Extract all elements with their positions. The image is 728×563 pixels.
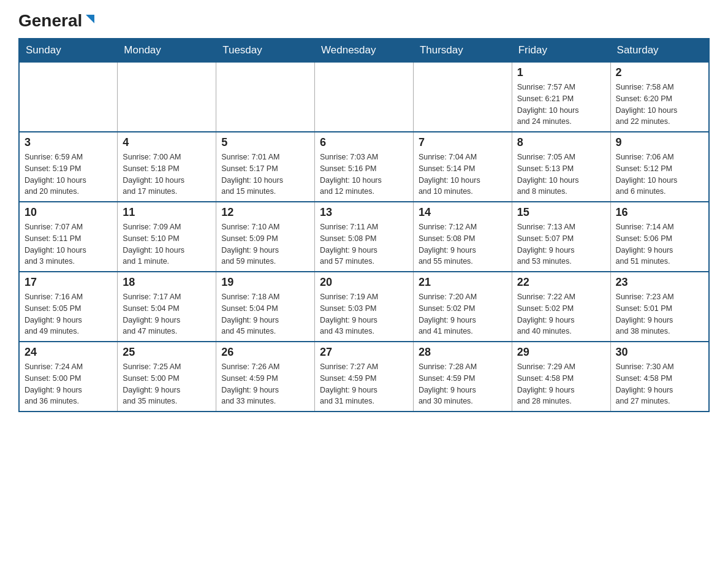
day-info: Sunrise: 7:23 AMSunset: 5:01 PMDaylight:…: [616, 291, 703, 337]
calendar-cell-w4-d7: 23Sunrise: 7:23 AMSunset: 5:01 PMDayligh…: [610, 272, 709, 342]
calendar-cell-w3-d4: 13Sunrise: 7:11 AMSunset: 5:08 PMDayligh…: [315, 202, 414, 272]
weekday-monday: Monday: [118, 39, 216, 62]
logo-triangle-icon: [83, 12, 97, 26]
calendar-cell-w4-d5: 21Sunrise: 7:20 AMSunset: 5:02 PMDayligh…: [413, 272, 512, 342]
svg-marker-0: [86, 15, 94, 23]
day-number: 28: [419, 346, 507, 359]
calendar-cell-w1-d7: 2Sunrise: 7:58 AMSunset: 6:20 PMDaylight…: [610, 62, 709, 132]
calendar-cell-w4-d2: 18Sunrise: 7:17 AMSunset: 5:04 PMDayligh…: [118, 272, 216, 342]
logo-general: General: [18, 12, 82, 29]
week-row-3: 10Sunrise: 7:07 AMSunset: 5:11 PMDayligh…: [19, 202, 709, 272]
weekday-header-row: SundayMondayTuesdayWednesdayThursdayFrid…: [19, 39, 709, 62]
calendar-cell-w5-d5: 28Sunrise: 7:28 AMSunset: 4:59 PMDayligh…: [413, 342, 512, 412]
calendar-table: SundayMondayTuesdayWednesdayThursdayFrid…: [18, 38, 710, 412]
day-info: Sunrise: 7:19 AMSunset: 5:03 PMDaylight:…: [320, 291, 408, 337]
day-number: 9: [616, 136, 703, 149]
day-number: 13: [320, 206, 408, 219]
calendar-cell-w3-d2: 11Sunrise: 7:09 AMSunset: 5:10 PMDayligh…: [118, 202, 216, 272]
calendar-cell-w2-d1: 3Sunrise: 6:59 AMSunset: 5:19 PMDaylight…: [19, 132, 118, 202]
day-number: 30: [616, 346, 703, 359]
day-number: 2: [616, 66, 703, 79]
day-info: Sunrise: 7:05 AMSunset: 5:13 PMDaylight:…: [517, 151, 605, 197]
day-number: 29: [517, 346, 605, 359]
weekday-sunday: Sunday: [19, 39, 118, 62]
day-info: Sunrise: 7:13 AMSunset: 5:07 PMDaylight:…: [517, 221, 605, 267]
week-row-4: 17Sunrise: 7:16 AMSunset: 5:05 PMDayligh…: [19, 272, 709, 342]
day-number: 25: [123, 346, 211, 359]
day-info: Sunrise: 7:22 AMSunset: 5:02 PMDaylight:…: [517, 291, 605, 337]
calendar-cell-w5-d1: 24Sunrise: 7:24 AMSunset: 5:00 PMDayligh…: [19, 342, 118, 412]
day-info: Sunrise: 7:10 AMSunset: 5:09 PMDaylight:…: [221, 221, 309, 267]
day-info: Sunrise: 7:16 AMSunset: 5:05 PMDaylight:…: [25, 291, 112, 337]
day-info: Sunrise: 7:25 AMSunset: 5:00 PMDaylight:…: [123, 361, 211, 407]
calendar-cell-w5-d3: 26Sunrise: 7:26 AMSunset: 4:59 PMDayligh…: [216, 342, 315, 412]
calendar-cell-w5-d2: 25Sunrise: 7:25 AMSunset: 5:00 PMDayligh…: [118, 342, 216, 412]
week-row-2: 3Sunrise: 6:59 AMSunset: 5:19 PMDaylight…: [19, 132, 709, 202]
day-info: Sunrise: 7:30 AMSunset: 4:58 PMDaylight:…: [616, 361, 703, 407]
day-info: Sunrise: 7:29 AMSunset: 4:58 PMDaylight:…: [517, 361, 605, 407]
calendar-cell-w1-d3: [216, 62, 315, 132]
day-number: 22: [517, 276, 605, 289]
day-number: 10: [25, 206, 112, 219]
day-info: Sunrise: 7:26 AMSunset: 4:59 PMDaylight:…: [221, 361, 309, 407]
day-info: Sunrise: 7:09 AMSunset: 5:10 PMDaylight:…: [123, 221, 211, 267]
calendar-cell-w2-d7: 9Sunrise: 7:06 AMSunset: 5:12 PMDaylight…: [610, 132, 709, 202]
day-info: Sunrise: 6:59 AMSunset: 5:19 PMDaylight:…: [25, 151, 112, 197]
day-info: Sunrise: 7:00 AMSunset: 5:18 PMDaylight:…: [123, 151, 211, 197]
calendar-cell-w5-d4: 27Sunrise: 7:27 AMSunset: 4:59 PMDayligh…: [315, 342, 414, 412]
calendar-cell-w2-d3: 5Sunrise: 7:01 AMSunset: 5:17 PMDaylight…: [216, 132, 315, 202]
weekday-thursday: Thursday: [413, 39, 512, 62]
calendar-cell-w3-d5: 14Sunrise: 7:12 AMSunset: 5:08 PMDayligh…: [413, 202, 512, 272]
day-number: 21: [419, 276, 507, 289]
calendar-cell-w1-d6: 1Sunrise: 7:57 AMSunset: 6:21 PMDaylight…: [512, 62, 610, 132]
day-number: 5: [221, 136, 309, 149]
day-info: Sunrise: 7:07 AMSunset: 5:11 PMDaylight:…: [25, 221, 112, 267]
day-number: 16: [616, 206, 703, 219]
day-number: 3: [25, 136, 112, 149]
calendar-cell-w3-d3: 12Sunrise: 7:10 AMSunset: 5:09 PMDayligh…: [216, 202, 315, 272]
weekday-wednesday: Wednesday: [315, 39, 414, 62]
calendar-cell-w4-d3: 19Sunrise: 7:18 AMSunset: 5:04 PMDayligh…: [216, 272, 315, 342]
header: General: [18, 12, 710, 28]
day-info: Sunrise: 7:27 AMSunset: 4:59 PMDaylight:…: [320, 361, 408, 407]
day-info: Sunrise: 7:17 AMSunset: 5:04 PMDaylight:…: [123, 291, 211, 337]
day-number: 27: [320, 346, 408, 359]
day-info: Sunrise: 7:24 AMSunset: 5:00 PMDaylight:…: [25, 361, 112, 407]
calendar-cell-w1-d4: [315, 62, 414, 132]
weekday-friday: Friday: [512, 39, 610, 62]
day-number: 1: [517, 66, 605, 79]
day-info: Sunrise: 7:58 AMSunset: 6:20 PMDaylight:…: [616, 82, 703, 128]
calendar-cell-w4-d6: 22Sunrise: 7:22 AMSunset: 5:02 PMDayligh…: [512, 272, 610, 342]
day-number: 7: [419, 136, 507, 149]
day-info: Sunrise: 7:01 AMSunset: 5:17 PMDaylight:…: [221, 151, 309, 197]
day-number: 24: [25, 346, 112, 359]
calendar-cell-w5-d6: 29Sunrise: 7:29 AMSunset: 4:58 PMDayligh…: [512, 342, 610, 412]
calendar-cell-w2-d4: 6Sunrise: 7:03 AMSunset: 5:16 PMDaylight…: [315, 132, 414, 202]
day-number: 11: [123, 206, 211, 219]
day-info: Sunrise: 7:20 AMSunset: 5:02 PMDaylight:…: [419, 291, 507, 337]
calendar-cell-w1-d5: [413, 62, 512, 132]
day-number: 20: [320, 276, 408, 289]
calendar-cell-w2-d5: 7Sunrise: 7:04 AMSunset: 5:14 PMDaylight…: [413, 132, 512, 202]
calendar-cell-w1-d2: [118, 62, 216, 132]
day-info: Sunrise: 7:06 AMSunset: 5:12 PMDaylight:…: [616, 151, 703, 197]
day-info: Sunrise: 7:03 AMSunset: 5:16 PMDaylight:…: [320, 151, 408, 197]
day-number: 15: [517, 206, 605, 219]
calendar-cell-w2-d6: 8Sunrise: 7:05 AMSunset: 5:13 PMDaylight…: [512, 132, 610, 202]
calendar-cell-w1-d1: [19, 62, 118, 132]
week-row-5: 24Sunrise: 7:24 AMSunset: 5:00 PMDayligh…: [19, 342, 709, 412]
calendar-cell-w3-d1: 10Sunrise: 7:07 AMSunset: 5:11 PMDayligh…: [19, 202, 118, 272]
calendar-cell-w4-d1: 17Sunrise: 7:16 AMSunset: 5:05 PMDayligh…: [19, 272, 118, 342]
weekday-tuesday: Tuesday: [216, 39, 315, 62]
day-info: Sunrise: 7:57 AMSunset: 6:21 PMDaylight:…: [517, 82, 605, 128]
day-info: Sunrise: 7:28 AMSunset: 4:59 PMDaylight:…: [419, 361, 507, 407]
day-info: Sunrise: 7:12 AMSunset: 5:08 PMDaylight:…: [419, 221, 507, 267]
day-number: 6: [320, 136, 408, 149]
day-number: 26: [221, 346, 309, 359]
day-number: 19: [221, 276, 309, 289]
calendar-cell-w4-d4: 20Sunrise: 7:19 AMSunset: 5:03 PMDayligh…: [315, 272, 414, 342]
logo: General: [18, 12, 97, 28]
week-row-1: 1Sunrise: 7:57 AMSunset: 6:21 PMDaylight…: [19, 62, 709, 132]
day-number: 23: [616, 276, 703, 289]
calendar-cell-w5-d7: 30Sunrise: 7:30 AMSunset: 4:58 PMDayligh…: [610, 342, 709, 412]
